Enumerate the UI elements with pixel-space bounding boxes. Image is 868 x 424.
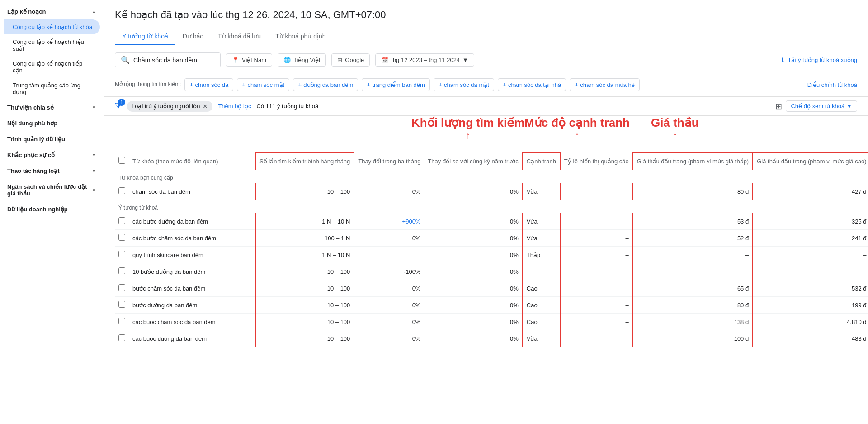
row-checkbox-cell[interactable] — [115, 183, 129, 200]
download-button[interactable]: ⬇ Tải ý tưởng từ khoá xuống — [780, 57, 857, 63]
row-competition: Vừa — [523, 330, 560, 347]
row-bid-high: – — [753, 263, 868, 280]
row-impression-share: – — [560, 297, 633, 314]
download-label: Tải ý tưởng từ khoá xuống — [788, 57, 857, 63]
tab-negative-keywords[interactable]: Từ khoá phủ định — [268, 28, 333, 45]
th-select-all[interactable] — [115, 152, 129, 170]
sidebar-section-lap-ke-hoach[interactable]: Lập kế hoạch ▲ — [0, 4, 104, 19]
sidebar-section-troubleshoot[interactable]: Khắc phục sự cố ▼ — [0, 147, 104, 163]
table-container: Từ khóa (theo mức độ liên quan) Số lần t… — [104, 152, 868, 347]
sidebar-section-content[interactable]: Nội dung phù hợp — [0, 115, 104, 131]
sidebar-item-keyword-planner[interactable]: Công cụ lập kế hoạch từ khóa — [4, 19, 100, 34]
view-mode-label: Chế độ xem từ khoá — [791, 103, 844, 110]
plus-icon: + — [242, 81, 245, 88]
sidebar-item-reach-planner[interactable]: Công cụ lập kế hoạch tiếp cận — [4, 56, 100, 78]
column-controls: ⊞ Chế độ xem từ khoá ▼ — [775, 100, 857, 112]
close-icon[interactable]: ✕ — [203, 103, 208, 110]
expand-tag-1[interactable]: +chăm sóc mặt — [237, 78, 289, 91]
expand-tags: +chăm sóc da +chăm sóc mặt +dưỡng da ban… — [184, 78, 640, 91]
date-range-picker[interactable]: 📅 thg 12 2023 – thg 11 2024 ▼ — [375, 53, 474, 67]
row-change-3m — [354, 247, 424, 263]
sidebar-section-label: Nội dung phù hợp — [7, 120, 57, 127]
plus-icon: + — [189, 81, 193, 88]
row-checkbox[interactable] — [118, 318, 125, 324]
row-keyword: quy trình skincare ban đêm — [129, 247, 255, 263]
sidebar-section-business-data[interactable]: Dữ liệu doanh nghiệp — [0, 201, 104, 217]
row-competition: Cao — [523, 297, 560, 314]
row-checkbox[interactable] — [118, 334, 125, 341]
annotation-arrows: Khối lượng tìm kiếm ↑ Mức độ cạnh tranh … — [104, 116, 868, 152]
sidebar: Lập kế hoạch ▲ Công cụ lập kế hoạch từ k… — [0, 0, 104, 424]
row-competition: Thấp — [523, 247, 560, 263]
row-keyword: bước dưỡng da ban đêm — [129, 297, 255, 314]
view-mode-button[interactable]: Chế độ xem từ khoá ▼ — [786, 100, 857, 112]
add-filter-button[interactable]: Thêm bộ lọc — [218, 103, 251, 110]
row-bid-high: 241 đ — [753, 230, 868, 247]
sidebar-item-app-ads[interactable]: Trung tâm quảng cáo ứng dụng — [4, 78, 100, 100]
arrow-up-icon: ↑ — [466, 130, 471, 142]
row-checkbox-cell[interactable] — [115, 330, 129, 347]
select-all-checkbox[interactable] — [118, 157, 125, 164]
tab-forecast[interactable]: Dự báo — [175, 28, 211, 45]
expand-tag-3[interactable]: +trang điểm ban đêm — [362, 78, 430, 91]
row-change-yoy: 0% — [424, 280, 522, 297]
search-input[interactable] — [133, 57, 215, 64]
grid-icon[interactable]: ⊞ — [775, 101, 782, 111]
row-checkbox-cell[interactable] — [115, 280, 129, 297]
tab-keyword-ideas[interactable]: Ý tưởng từ khoá — [115, 28, 175, 45]
date-range-label: thg 12 2023 – thg 11 2024 — [391, 57, 460, 63]
row-checkbox[interactable] — [118, 234, 125, 241]
search-box[interactable]: 🔍 — [115, 52, 221, 67]
row-checkbox[interactable] — [118, 187, 125, 194]
row-checkbox-cell[interactable] — [115, 230, 129, 247]
plus-icon: + — [367, 81, 370, 88]
location-filter[interactable]: 📍 Việt Nam — [226, 53, 272, 67]
sidebar-section-bulk-actions[interactable]: Thao tác hàng loạt ▼ — [0, 163, 104, 179]
language-filter[interactable]: 🌐 Tiếng Việt — [278, 53, 326, 67]
chevron-down-icon: ▼ — [92, 152, 96, 157]
row-keyword: cac buoc duong da ban dem — [129, 330, 255, 347]
expand-tag-5[interactable]: +chăm sóc da tại nhà — [498, 78, 566, 91]
row-checkbox-cell[interactable] — [115, 247, 129, 263]
row-checkbox[interactable] — [118, 284, 125, 291]
row-checkbox-cell[interactable] — [115, 297, 129, 314]
sidebar-section-data-manager[interactable]: Trình quản lý dữ liệu — [0, 131, 104, 147]
download-icon: ⬇ — [780, 57, 785, 63]
filter-funnel[interactable]: ⧩ 1 — [115, 101, 122, 111]
row-keyword: các bước chăm sóc da ban đêm — [129, 230, 255, 247]
row-change-yoy: 0% — [424, 297, 522, 314]
sidebar-section-label: Lập kế hoạch — [7, 8, 46, 15]
row-search-vol: 10 – 100 — [255, 183, 354, 200]
th-bid-high: Giá thầu đầu trang (phạm vi mức giá cao) — [753, 152, 868, 170]
th-search-vol: Số lần tìm kiếm tr.bình hàng tháng — [255, 152, 354, 170]
expand-row: Mở rộng thông tin tìm kiếm: +chăm sóc da… — [104, 75, 868, 96]
row-checkbox-cell[interactable] — [115, 213, 129, 230]
sidebar-item-performance-planner[interactable]: Công cụ lập kế hoạch hiệu suất — [4, 34, 100, 56]
language-label: Tiếng Việt — [293, 57, 320, 63]
row-bid-low: – — [633, 263, 753, 280]
row-impression-share: – — [560, 183, 633, 200]
sidebar-section-label: Trình quản lý dữ liệu — [7, 136, 65, 143]
row-bid-high: 427 đ — [753, 183, 868, 200]
row-change-3m: +900% — [354, 213, 424, 230]
row-checkbox[interactable] — [118, 217, 125, 224]
row-checkbox[interactable] — [118, 301, 125, 308]
row-checkbox-cell[interactable] — [115, 263, 129, 280]
sidebar-section-budget[interactable]: Ngân sách và chiến lược đặt giá thầu ▼ — [0, 179, 104, 201]
row-impression-share: – — [560, 230, 633, 247]
row-checkbox-cell[interactable] — [115, 314, 129, 330]
expand-tag-4[interactable]: +chăm sóc da mặt — [434, 78, 494, 91]
row-keyword: cac buoc cham soc da ban dem — [129, 314, 255, 330]
keywords-table: Từ khóa (theo mức độ liên quan) Số lần t… — [115, 152, 868, 347]
engine-filter[interactable]: ⊞ Google — [331, 53, 370, 67]
expand-tag-0[interactable]: +chăm sóc da — [184, 78, 233, 91]
row-search-vol: 100 – 1 N — [255, 230, 354, 247]
row-checkbox[interactable] — [118, 251, 125, 257]
sidebar-section-shared-library[interactable]: Thư viện chia sẻ ▼ — [0, 100, 104, 115]
edit-keywords-button[interactable]: Điều chỉnh từ khoá — [807, 81, 857, 88]
expand-tag-2[interactable]: +dưỡng da ban đêm — [293, 78, 358, 91]
section-row-provided: Từ khóa bạn cung cấp — [115, 170, 868, 183]
expand-tag-6[interactable]: +chăm sóc da mùa hè — [570, 78, 640, 91]
row-checkbox[interactable] — [118, 267, 125, 274]
tab-saved-keywords[interactable]: Từ khoá đã lưu — [211, 28, 268, 45]
